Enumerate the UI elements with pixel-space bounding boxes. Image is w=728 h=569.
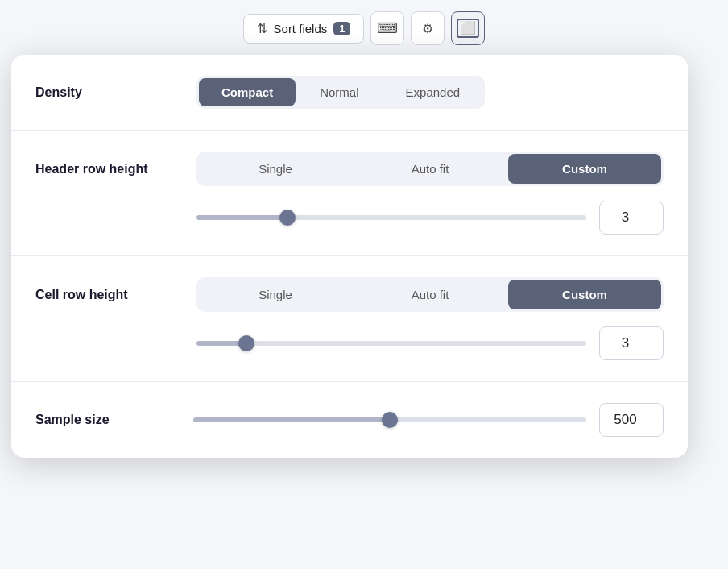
sample-size-row: Sample size: [35, 403, 664, 437]
sort-badge: 1: [333, 22, 350, 35]
sort-icon: ⇅: [257, 21, 267, 36]
filter-button[interactable]: ⚙: [411, 11, 445, 45]
cell-single-btn[interactable]: Single: [199, 280, 352, 309]
header-slider-row: [196, 201, 664, 235]
settings-panel: Density Compact Normal Expanded Header r…: [11, 55, 688, 458]
header-row-height-slider[interactable]: [196, 215, 586, 220]
density-row: Density Compact Normal Expanded: [35, 76, 664, 109]
cell-row-height-row: Cell row height Single Auto fit Custom: [35, 277, 664, 312]
cell-custom-btn[interactable]: Custom: [508, 280, 661, 309]
header-row-toggle-group: Single Auto fit Custom: [196, 152, 664, 186]
cell-autofit-btn[interactable]: Auto fit: [354, 280, 507, 309]
density-toggle-group: Compact Normal Expanded: [196, 76, 485, 109]
expand-button[interactable]: ⬜: [451, 11, 485, 45]
cell-row-height-input[interactable]: [599, 326, 664, 360]
sort-fields-label: Sort fields: [274, 22, 328, 35]
sample-size-input[interactable]: [599, 403, 664, 437]
cell-row-height-section: Cell row height Single Auto fit Custom: [11, 256, 688, 382]
header-autofit-btn[interactable]: Auto fit: [354, 154, 507, 184]
keyboard-button[interactable]: ⌨: [370, 11, 404, 45]
cell-row-height-label: Cell row height: [35, 288, 180, 302]
sample-size-section: Sample size: [11, 382, 688, 458]
density-normal-btn[interactable]: Normal: [297, 78, 381, 106]
cell-row-toggle-group: Single Auto fit Custom: [196, 277, 664, 312]
filter-icon: ⚙: [422, 21, 433, 36]
density-section: Density Compact Normal Expanded: [11, 55, 688, 131]
header-row-height-input[interactable]: [599, 201, 664, 235]
header-single-btn[interactable]: Single: [199, 154, 352, 184]
cell-row-height-slider[interactable]: [196, 341, 586, 346]
header-row-height-section: Header row height Single Auto fit Custom: [11, 131, 688, 256]
sort-fields-button[interactable]: ⇅ Sort fields 1: [243, 14, 365, 44]
header-row-height-row: Header row height Single Auto fit Custom: [35, 152, 664, 186]
header-row-height-label: Header row height: [35, 162, 180, 177]
keyboard-icon: ⌨: [377, 19, 398, 37]
expand-icon: ⬜: [457, 19, 479, 38]
density-label: Density: [35, 85, 180, 100]
cell-slider-row: [196, 326, 664, 360]
sample-size-slider[interactable]: [193, 417, 586, 422]
header-custom-btn[interactable]: Custom: [508, 154, 661, 184]
density-expanded-btn[interactable]: Expanded: [383, 78, 483, 106]
density-compact-btn[interactable]: Compact: [199, 78, 296, 106]
sample-size-label: Sample size: [35, 413, 180, 427]
top-toolbar: ⇅ Sort fields 1 ⌨ ⚙ ⬜: [0, 11, 728, 45]
